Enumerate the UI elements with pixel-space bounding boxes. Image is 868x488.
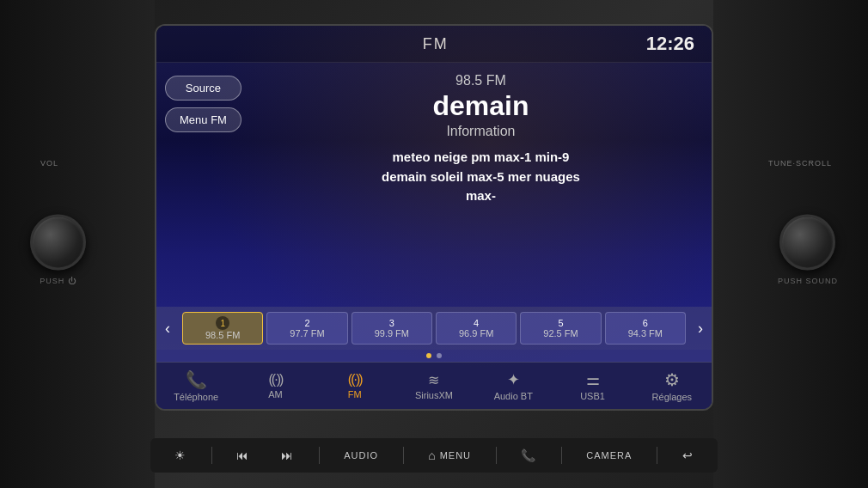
main-content: Source Menu FM 98.5 FM demain Informatio… <box>156 63 712 307</box>
brightness-button[interactable]: ☀ <box>168 445 193 466</box>
tune-knob[interactable] <box>779 214 835 270</box>
nav-usb1[interactable]: ⚌ USB1 <box>553 363 632 409</box>
right-knob-area: PUSH SOUND <box>778 181 838 285</box>
header-title: FM <box>423 35 449 53</box>
header-time: 12:26 <box>646 33 694 55</box>
divider-5 <box>561 447 562 464</box>
preset-freq-1: 98.5 FM <box>205 330 240 340</box>
nav-am[interactable]: ((·)) AM <box>235 363 315 409</box>
divider-2 <box>319 447 320 464</box>
camera-label: CAMERA <box>586 450 632 461</box>
divider-4 <box>496 447 497 464</box>
usb-icon: ⚌ <box>586 370 600 389</box>
nav-fm[interactable]: ((·)) FM <box>315 363 394 409</box>
menu-button[interactable]: ⌂ MENU <box>421 445 478 466</box>
nav-reglages-label: Réglages <box>652 392 692 402</box>
screen: FM 12:26 Source Menu FM 98.5 FM demain I… <box>156 26 712 409</box>
vol-label: VOL <box>40 159 58 168</box>
nav-reglages[interactable]: ⚙ Réglages <box>633 363 712 409</box>
header-bar: FM 12:26 <box>156 26 712 63</box>
radio-text-line2: demain soleil max-5 mer nuages <box>382 168 580 187</box>
preset-freq-4: 96.9 FM <box>459 328 493 339</box>
screen-container: FM 12:26 Source Menu FM 98.5 FM demain I… <box>155 24 713 411</box>
camera-button[interactable]: CAMERA <box>579 447 639 464</box>
center-info: 98.5 FM demain Information meteo neige p… <box>250 63 712 307</box>
brightness-icon: ☀ <box>174 448 186 462</box>
preset-num-6: 6 <box>643 318 648 328</box>
left-panel: VOL PUSH ⏻ <box>0 0 155 488</box>
preset-bar: ‹ 1 98.5 FM 2 97.7 FM 3 99.9 FM <box>156 307 712 350</box>
nav-fm-label: FM <box>348 389 362 400</box>
bluetooth-icon: ✦ <box>507 370 520 389</box>
audio-label: AUDIO <box>344 450 378 461</box>
divider-3 <box>403 447 404 464</box>
menu-label: MENU <box>440 450 471 461</box>
siriusxm-icon: ≋ <box>428 372 439 388</box>
preset-item-3[interactable]: 3 99.9 FM <box>351 312 432 345</box>
station-frequency: 98.5 FM <box>455 73 506 88</box>
nav-siriusxm[interactable]: ≋ SiriusXM <box>394 363 474 409</box>
divider-1 <box>211 447 212 464</box>
nav-siriusxm-label: SiriusXM <box>415 390 453 400</box>
vol-knob[interactable] <box>30 214 86 270</box>
preset-item-2[interactable]: 2 97.7 FM <box>266 312 347 345</box>
bottom-buttons-bar: ☀ ⏮ ⏭ AUDIO ⌂ MENU 📞 CAMERA ↩ <box>150 438 718 473</box>
car-infotainment-unit: VOL PUSH ⏻ TUNE·SCROLL PUSH SOUND FM 12:… <box>0 0 868 488</box>
station-name: demain <box>432 90 529 122</box>
divider-6 <box>657 447 657 464</box>
preset-freq-3: 99.9 FM <box>375 328 409 339</box>
preset-item-4[interactable]: 4 96.9 FM <box>436 312 517 345</box>
nav-audio-bt[interactable]: ✦ Audio BT <box>474 363 553 409</box>
station-type: Information <box>446 124 515 139</box>
right-panel: TUNE·SCROLL PUSH SOUND <box>713 0 868 488</box>
preset-item-1[interactable]: 1 98.5 FM <box>182 312 263 345</box>
preset-num-3: 3 <box>389 318 394 328</box>
left-buttons: Source Menu FM <box>156 63 250 307</box>
preset-prev-arrow[interactable]: ‹ <box>156 320 179 338</box>
settings-icon: ⚙ <box>664 369 680 390</box>
preset-item-5[interactable]: 5 92.5 FM <box>520 312 601 345</box>
back-button[interactable]: ↩ <box>675 445 700 466</box>
preset-freq-5: 92.5 FM <box>543 328 578 339</box>
dot-2 <box>437 353 442 358</box>
preset-freq-2: 97.7 FM <box>290 328 324 339</box>
preset-num-1: 1 <box>216 316 229 330</box>
push-power-label: PUSH ⏻ <box>40 277 76 285</box>
presets-list: 1 98.5 FM 2 97.7 FM 3 99.9 FM 4 96.9 FM <box>179 312 689 345</box>
tune-scroll-label: TUNE·SCROLL <box>768 159 832 168</box>
bottom-nav: 📞 Téléphone ((·)) AM ((·)) FM ≋ SiriusXM… <box>156 362 712 409</box>
fm-icon: ((·)) <box>348 372 362 387</box>
next-track-button[interactable]: ⏭ <box>274 445 301 466</box>
phone-icon: 📞 <box>521 448 536 462</box>
nav-telephone-label: Téléphone <box>174 392 218 402</box>
preset-next-arrow[interactable]: › <box>689 320 712 338</box>
preset-item-6[interactable]: 6 94.3 FM <box>605 312 686 345</box>
preset-freq-6: 94.3 FM <box>628 328 663 339</box>
source-button[interactable]: Source <box>165 76 241 101</box>
telephone-icon: 📞 <box>186 369 207 390</box>
audio-button[interactable]: AUDIO <box>337 447 385 464</box>
preset-num-5: 5 <box>558 318 563 328</box>
next-icon: ⏭ <box>281 448 294 462</box>
left-knob-area: PUSH ⏻ <box>30 181 86 285</box>
nav-audio-bt-label: Audio BT <box>494 391 533 401</box>
menu-fm-button[interactable]: Menu FM <box>165 107 241 132</box>
radio-text-line3: max- <box>382 186 580 206</box>
back-icon: ↩ <box>682 448 694 462</box>
prev-icon: ⏮ <box>236 448 249 462</box>
home-icon: ⌂ <box>428 448 436 462</box>
radio-text: meteo neige pm max-1 min-9 demain soleil… <box>382 148 580 206</box>
nav-usb1-label: USB1 <box>580 391 605 401</box>
am-icon: ((·)) <box>269 372 283 387</box>
dot-indicators <box>156 350 712 362</box>
radio-text-line1: meteo neige pm max-1 min-9 <box>382 148 580 168</box>
phone-button[interactable]: 📞 <box>514 445 543 466</box>
preset-num-4: 4 <box>474 318 479 328</box>
nav-am-label: AM <box>268 389 283 400</box>
nav-telephone[interactable]: 📞 Téléphone <box>156 363 235 409</box>
preset-num-2: 2 <box>304 318 309 328</box>
prev-track-button[interactable]: ⏮ <box>229 445 256 466</box>
push-sound-label: PUSH SOUND <box>778 277 838 285</box>
dot-1 <box>426 353 431 358</box>
